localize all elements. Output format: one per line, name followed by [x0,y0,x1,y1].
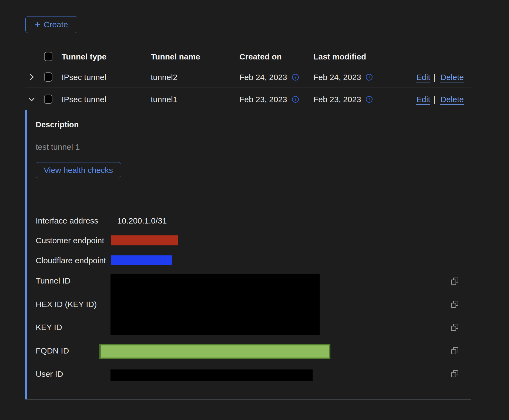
interface-address-value: 10.200.1.0/31 [117,215,167,227]
copy-hex-id-button[interactable] [451,300,459,308]
panel-bottom-divider [25,399,471,400]
fqdn-id-label: FQDN ID [36,345,69,357]
fqdn-id-redacted-value [99,344,330,359]
copy-user-id-button[interactable] [451,370,459,378]
description-label: Description [36,119,79,131]
hex-id-label: HEX ID (KEY ID) [36,298,97,310]
delete-link[interactable]: Delete [440,94,464,105]
header-divider [25,66,471,66]
action-separator: | [433,94,436,105]
row-checkbox[interactable] [44,95,52,104]
description-value: test tunnel 1 [36,141,80,153]
chevron-down-icon [27,100,36,104]
column-header-created-on: Created on [239,51,282,63]
create-button[interactable]: + Create [25,16,77,33]
svg-text:i: i [369,97,370,102]
svg-text:i: i [369,75,370,80]
action-separator: | [433,71,436,83]
copy-key-id-button[interactable] [451,323,459,331]
copy-icon [451,328,459,332]
copy-icon [451,375,459,379]
info-icon[interactable]: i [366,74,373,82]
tunnel-type-cell: IPsec tunnel [62,71,106,83]
delete-link[interactable]: Delete [440,71,464,83]
tunnel-id-label: Tunnel ID [36,275,71,287]
edit-link[interactable]: Edit [416,71,430,83]
key-id-label: KEY ID [36,321,62,333]
user-id-label: User ID [36,368,63,380]
view-health-checks-button[interactable]: View health checks [36,162,121,178]
expand-row-button[interactable] [27,73,36,81]
copy-icon [451,352,459,356]
column-header-tunnel-type: Tunnel type [62,51,106,63]
last-modified-cell: Feb 23, 2023 [313,94,361,105]
tunnel-name-cell: tunnel2 [151,71,177,83]
row-divider [25,88,471,88]
chevron-right-icon [27,78,36,82]
last-modified-cell: Feb 24, 2023 [313,71,361,83]
collapse-row-button[interactable] [27,95,36,104]
tunnel-ids-redacted-values [110,274,320,335]
tunnel-type-cell: IPsec tunnel [62,94,106,105]
user-id-redacted-value [110,369,313,381]
info-icon[interactable]: i [292,96,299,104]
copy-tunnel-id-button[interactable] [451,277,459,285]
copy-icon [451,282,459,286]
expanded-row-accent-bar [25,110,27,399]
select-all-checkbox[interactable] [44,52,52,61]
copy-fqdn-id-button[interactable] [451,347,459,355]
edit-link[interactable]: Edit [416,94,430,105]
column-header-last-modified: Last modified [313,51,366,63]
customer-endpoint-redacted-value [111,235,178,245]
created-on-cell: Feb 24, 2023 [239,71,287,83]
svg-text:i: i [295,97,296,102]
ipsec-tunnels-page: + Create Tunnel type Tunnel name Created… [0,0,509,420]
tunnel-name-cell: tunnel1 [151,94,177,105]
column-header-tunnel-name: Tunnel name [151,51,200,63]
row-checkbox[interactable] [44,72,52,82]
info-icon[interactable]: i [366,96,373,104]
created-on-cell: Feb 23, 2023 [239,94,287,105]
cloudflare-endpoint-label: Cloudflare endpoint [36,255,106,266]
interface-address-label: Interface address [36,215,98,227]
svg-text:i: i [295,75,296,80]
copy-icon [451,305,459,309]
info-icon[interactable]: i [292,74,299,82]
plus-icon: + [35,20,40,28]
customer-endpoint-label: Customer endpoint [36,235,104,246]
detail-section-divider [36,197,461,197]
cloudflare-endpoint-redacted-value [111,255,172,265]
create-button-label: Create [43,20,68,29]
